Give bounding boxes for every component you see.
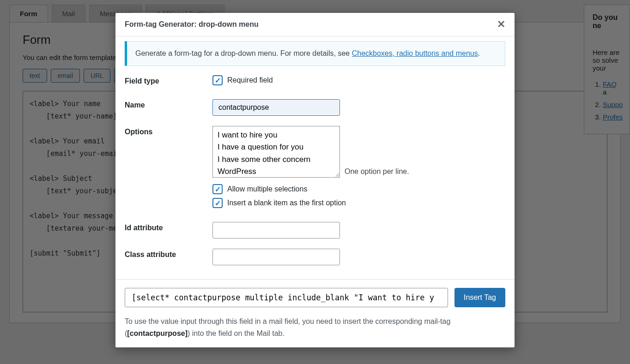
required-label: Required field [227, 76, 273, 84]
banner-link[interactable]: Checkboxes, radio buttons and menus [352, 49, 478, 57]
modal-overlay: Form-tag Generator: drop-down menu ✕ Gen… [0, 0, 630, 364]
class-attr-input[interactable] [212, 249, 340, 265]
options-hint: One option per line. [345, 167, 409, 178]
label-id-attr: Id attribute [125, 222, 212, 232]
options-textarea[interactable] [212, 126, 340, 178]
tag-output[interactable] [125, 288, 448, 307]
form-tag-generator-modal: Form-tag Generator: drop-down menu ✕ Gen… [115, 13, 515, 347]
required-checkbox[interactable] [212, 75, 223, 85]
close-icon[interactable]: ✕ [497, 18, 505, 30]
label-field-type: Field type [125, 75, 212, 85]
modal-title: Form-tag Generator: drop-down menu [125, 20, 259, 29]
insert-blank-checkbox[interactable] [212, 198, 223, 208]
info-banner: Generate a form-tag for a drop-down menu… [125, 41, 505, 66]
insert-blank-label: Insert a blank item as the first option [227, 199, 346, 207]
label-options: Options [125, 126, 212, 136]
label-name: Name [125, 99, 212, 109]
id-attr-input[interactable] [212, 222, 340, 239]
allow-multiple-label: Allow multiple selections [227, 185, 307, 193]
footer-note: To use the value input through this fiel… [125, 316, 505, 339]
label-class-attr: Class attribute [125, 249, 212, 259]
name-input[interactable] [212, 99, 340, 116]
insert-tag-button[interactable]: Insert Tag [454, 288, 505, 307]
allow-multiple-checkbox[interactable] [212, 184, 223, 194]
